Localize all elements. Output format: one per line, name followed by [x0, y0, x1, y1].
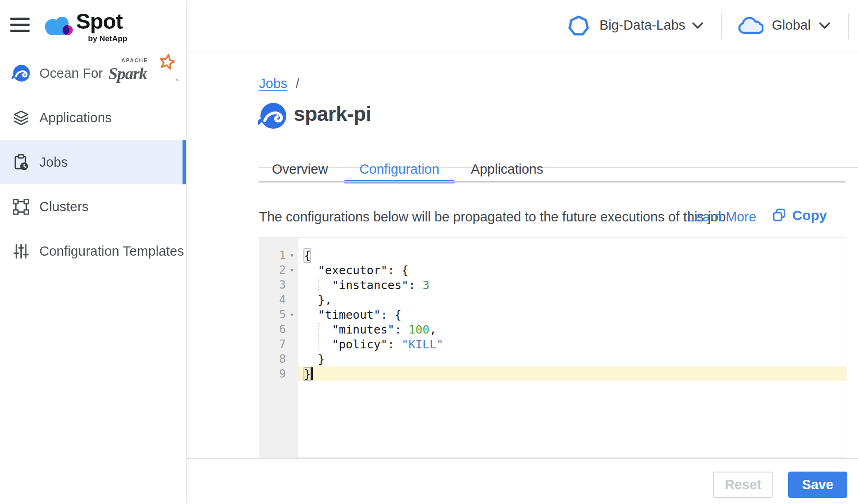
- cloud-icon[interactable]: [738, 15, 763, 38]
- code-line-8[interactable]: }: [298, 352, 846, 366]
- copy-icon: [773, 208, 786, 222]
- spark-star-icon: [159, 54, 175, 73]
- sliders-icon: [12, 242, 30, 260]
- tab-applications[interactable]: Applications: [455, 157, 559, 182]
- code-line-9[interactable]: }: [298, 366, 846, 381]
- brand-byline: by NetApp: [88, 34, 127, 44]
- editor-code-area[interactable]: {"executor": {"instances": 3},"timeout":…: [298, 238, 846, 457]
- gutter-row: 2▾: [259, 263, 298, 277]
- sidebar-item-label: Configuration Templates: [39, 244, 184, 259]
- code-token: "executor": {: [318, 264, 409, 277]
- sidebar-item-label: Clusters: [39, 199, 88, 214]
- sidebar-item-configuration-templates[interactable]: Configuration Templates: [0, 229, 186, 273]
- app-window: Spot by NetApp Ocean For APACHE Spark: [0, 0, 858, 504]
- line-number: 3: [262, 278, 286, 291]
- breadcrumb-separator: /: [296, 76, 299, 91]
- line-number: 1: [262, 249, 286, 262]
- sidebar-item-label: Applications: [39, 110, 112, 126]
- cluster-nodes-icon: [12, 197, 30, 216]
- sidebar-item-ocean-for-spark[interactable]: Ocean For APACHE Spark ™: [0, 51, 186, 95]
- code-token: },: [318, 293, 332, 307]
- line-number: 4: [262, 293, 286, 306]
- code-line-2[interactable]: "executor": {: [298, 263, 846, 277]
- scope-selector[interactable]: Global: [772, 18, 811, 33]
- sidebar: Spot by NetApp Ocean For APACHE Spark: [0, 0, 187, 504]
- line-number: 6: [262, 323, 286, 336]
- line-number: 7: [262, 338, 286, 351]
- fold-arrow-icon[interactable]: ▾: [286, 310, 298, 319]
- layers-icon: [12, 108, 30, 127]
- config-description: The configurations below will be propaga…: [259, 209, 730, 225]
- code-token: 3: [423, 278, 429, 292]
- trademark: ™: [175, 78, 180, 83]
- code-token: }: [318, 353, 325, 366]
- apache-label: APACHE: [121, 57, 148, 63]
- gutter-row: 1▾: [259, 248, 298, 263]
- breadcrumb-jobs-link[interactable]: Jobs: [259, 76, 287, 91]
- heptagon-icon[interactable]: [568, 15, 590, 39]
- indent-guide: [318, 278, 319, 291]
- text-cursor: [311, 367, 313, 380]
- spot-logo[interactable]: Spot by NetApp: [43, 10, 145, 45]
- page-title: spark-pi: [294, 102, 371, 126]
- code-token: "KILL": [402, 338, 443, 351]
- spot-cloud-icon: [43, 13, 76, 37]
- gutter-row: 9: [259, 366, 298, 381]
- sidebar-item-clusters[interactable]: Clusters: [0, 184, 186, 229]
- code-line-3[interactable]: "instances": 3: [298, 277, 846, 292]
- code-token: "policy":: [332, 338, 402, 351]
- sidebar-item-label: Jobs: [39, 155, 68, 170]
- code-token: "timeout": {: [318, 308, 402, 321]
- tab-bar: Overview Configuration Applications: [256, 157, 559, 182]
- gutter-row: 3: [259, 277, 298, 292]
- ocean-wave-icon: [12, 64, 30, 82]
- gutter-row: 4: [259, 292, 298, 307]
- tab-configuration[interactable]: Configuration: [344, 157, 455, 182]
- gutter-row: 7: [259, 337, 298, 352]
- topbar-divider: [848, 13, 849, 39]
- fold-arrow-icon[interactable]: ▾: [286, 251, 298, 259]
- gutter-row: 6: [259, 322, 298, 337]
- code-line-4[interactable]: },: [298, 292, 846, 307]
- code-line-6[interactable]: "minutes": 100,: [298, 322, 846, 337]
- tab-track: [259, 181, 845, 183]
- chevron-down-icon[interactable]: [692, 22, 703, 31]
- save-button[interactable]: Save: [788, 472, 847, 498]
- top-bar: Big-Data-Labs Global: [186, 0, 858, 51]
- code-token: "instances":: [332, 278, 423, 292]
- apache-spark-logo: APACHE Spark ™: [108, 63, 164, 83]
- chevron-down-icon[interactable]: [819, 22, 830, 31]
- brand-name: Spot: [76, 8, 122, 34]
- code-line-5[interactable]: "timeout": {: [298, 307, 846, 322]
- sidebar-item-jobs[interactable]: Jobs: [0, 140, 186, 184]
- footer-bar: Reset Save: [186, 458, 858, 504]
- code-line-7[interactable]: "policy": "KILL": [298, 337, 846, 352]
- indent-guide: [318, 323, 319, 336]
- code-editor[interactable]: 1▾2▾345▾6789 {"executor": {"instances": …: [259, 237, 846, 458]
- ocean-wave-icon: [258, 101, 287, 132]
- gutter-row: 8: [259, 352, 298, 366]
- line-number: 8: [262, 353, 286, 365]
- fold-arrow-icon[interactable]: ▾: [286, 266, 298, 274]
- gutter-row: 5▾: [259, 307, 298, 322]
- line-number: 2: [262, 264, 286, 277]
- org-selector[interactable]: Big-Data-Labs: [599, 18, 685, 33]
- sidebar-item-applications[interactable]: Applications: [0, 95, 186, 140]
- copy-button[interactable]: Copy: [773, 208, 827, 223]
- editor-gutter: 1▾2▾345▾6789: [259, 238, 298, 457]
- code-line-1[interactable]: {: [298, 248, 846, 263]
- code-token: ,: [429, 323, 436, 336]
- breadcrumb: Jobs /: [259, 76, 299, 91]
- reset-button[interactable]: Reset: [713, 472, 773, 498]
- code-token: }: [304, 367, 311, 381]
- topbar-divider: [721, 13, 722, 39]
- copy-button-label: Copy: [792, 208, 827, 223]
- line-number: 9: [262, 367, 286, 380]
- learn-more-link[interactable]: Learn More: [688, 209, 756, 225]
- product-name: Ocean For: [39, 66, 103, 81]
- code-token: "minutes":: [332, 323, 409, 336]
- tab-overview[interactable]: Overview: [256, 157, 344, 182]
- code-token: 100: [409, 323, 429, 336]
- hamburger-menu-icon[interactable]: [10, 18, 30, 32]
- indent-guide: [318, 338, 319, 351]
